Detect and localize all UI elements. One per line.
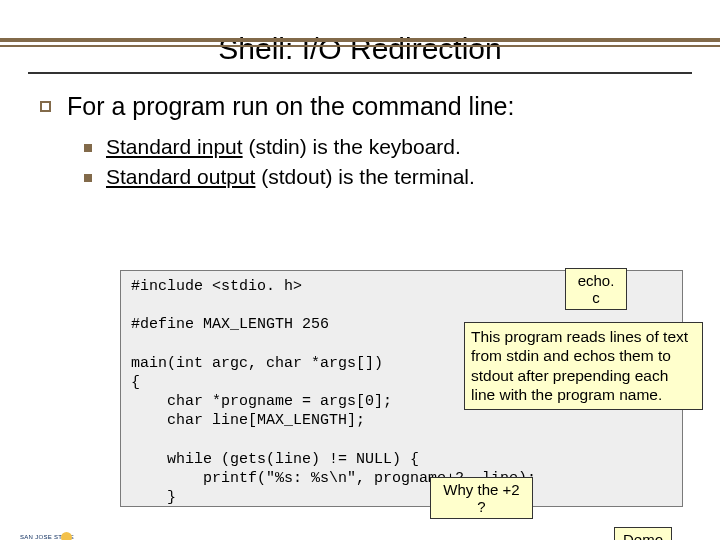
bullet-level2-text: Standard output (stdout) is the terminal… <box>106 165 475 189</box>
sjsu-logo: SAN JOSE STATE UNIVERSITY <box>20 534 74 540</box>
filled-square-bullet-icon <box>84 174 92 182</box>
filled-square-bullet-icon <box>84 144 92 152</box>
bullet-level1-text: For a program run on the command line: <box>67 92 514 121</box>
decorative-top-bars <box>0 32 720 47</box>
footer: SAN JOSE STATE UNIVERSITY Computer Scien… <box>0 534 720 540</box>
bullet-level2-text: Standard input (stdin) is the keyboard. <box>106 135 461 159</box>
callout-question: Why the +2 ? <box>430 477 533 519</box>
bullet-level2: Standard output (stdout) is the terminal… <box>84 165 692 189</box>
bullet-level2: Standard input (stdin) is the keyboard. <box>84 135 692 159</box>
slide-body: For a program run on the command line: S… <box>28 92 692 189</box>
slide: Shell: I/O Redirection For a program run… <box>0 32 720 540</box>
title-underline <box>28 72 692 74</box>
bullet-level1: For a program run on the command line: <box>40 92 692 121</box>
callout-filename: echo. c <box>565 268 627 310</box>
callout-description: This program reads lines of text from st… <box>464 322 703 410</box>
hollow-square-bullet-icon <box>40 101 51 112</box>
